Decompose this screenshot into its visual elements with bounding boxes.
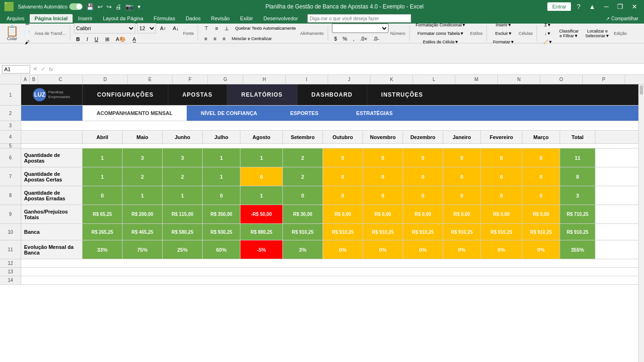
cell-certas-agosto[interactable]: 0: [240, 167, 283, 186]
currency-button[interactable]: $: [332, 34, 339, 43]
cell-apostas-marco[interactable]: 0: [522, 148, 560, 167]
cell-banca-abril[interactable]: R$ 265,25: [83, 224, 123, 240]
row-num-2[interactable]: 2: [0, 106, 21, 121]
cell-ganhos-dezembro[interactable]: R$ 0,00: [403, 205, 443, 223]
cell-ganhos-setembro[interactable]: R$ 30,00: [283, 205, 323, 223]
cell-erradas-abril[interactable]: 0: [83, 186, 123, 205]
cell-certas-total[interactable]: 8: [560, 167, 595, 186]
cell-apostas-agosto[interactable]: 1: [240, 148, 283, 167]
number-format-select[interactable]: [332, 24, 388, 33]
align-center-button[interactable]: ≡: [211, 34, 219, 43]
format-as-table-button[interactable]: Formatar como Tabela▼: [413, 30, 468, 37]
row-num-7[interactable]: 7: [0, 167, 21, 186]
tab-exibir[interactable]: Exibir: [235, 14, 258, 23]
sum-button[interactable]: Σ▼: [541, 21, 555, 29]
cell-evolucao-total[interactable]: 355%: [560, 240, 595, 259]
col-header-l[interactable]: L: [413, 75, 455, 84]
fill-color-button[interactable]: A🎨: [114, 35, 128, 44]
cell-ganhos-outubro[interactable]: R$ 0,00: [323, 205, 363, 223]
comma-button[interactable]: ,: [351, 34, 357, 43]
cell-banca-maio[interactable]: R$ 465,25: [123, 224, 163, 240]
cell-banca-janeiro[interactable]: R$ 910,25: [443, 224, 481, 240]
col-header-o[interactable]: O: [540, 75, 583, 84]
share-area[interactable]: ↗ Compartilhar: [606, 16, 642, 21]
underline-button[interactable]: U: [92, 35, 101, 43]
row-num-12[interactable]: 12: [0, 259, 21, 267]
cell-apostas-junho[interactable]: 3: [163, 148, 203, 167]
print-icon[interactable]: 🖨: [116, 3, 122, 10]
cell-erradas-dezembro[interactable]: 0: [403, 186, 443, 205]
cell-evolucao-outubro[interactable]: 0%: [323, 240, 363, 259]
conditional-format-button[interactable]: Formatação Condicional▼: [413, 21, 468, 29]
bold-button[interactable]: B: [74, 35, 83, 43]
cell-erradas-fevereiro[interactable]: 0: [481, 186, 522, 205]
cell-evolucao-marco[interactable]: 0%: [522, 240, 560, 259]
cell-apostas-janeiro[interactable]: 0: [443, 148, 481, 167]
col-header-j[interactable]: J: [328, 75, 371, 84]
nav-instrucoes[interactable]: INSTRUÇÕES: [367, 84, 438, 105]
row-num-9[interactable]: 9: [0, 205, 21, 223]
dropdown-icon[interactable]: ▼: [137, 4, 141, 9]
row-num-11[interactable]: 11: [0, 240, 21, 259]
sub-nav-nivel[interactable]: NÍVEL DE CONFIANÇA: [187, 106, 272, 121]
insert-button[interactable]: Inserir▼: [491, 21, 517, 29]
align-bottom-button[interactable]: ⊥: [222, 24, 231, 33]
formula-input[interactable]: [56, 66, 642, 72]
cell-ganhos-abril[interactable]: R$ 65,25: [83, 205, 123, 223]
cell-apostas-maio[interactable]: 3: [123, 148, 163, 167]
cell-certas-marco[interactable]: 0: [522, 167, 560, 186]
cell-erradas-outubro[interactable]: 0: [323, 186, 363, 205]
col-header-h[interactable]: H: [243, 75, 286, 84]
cell-certas-novembro[interactable]: 0: [363, 167, 403, 186]
paste-button[interactable]: 📋 Colar: [4, 25, 20, 42]
row-num-10[interactable]: 10: [0, 224, 21, 240]
cell-apostas-novembro[interactable]: 0: [363, 148, 403, 167]
align-middle-button[interactable]: ≡: [213, 24, 220, 33]
cell-certas-maio[interactable]: 2: [123, 167, 163, 186]
cell-apostas-abril[interactable]: 1: [83, 148, 123, 167]
tab-revisao[interactable]: Revisão: [206, 14, 234, 23]
tab-desenvolvedor[interactable]: Desenvolvedor: [259, 14, 303, 23]
tab-inserir[interactable]: Inserir: [74, 14, 98, 23]
row-num-6[interactable]: 6: [0, 148, 21, 167]
cell-banca-agosto[interactable]: R$ 880,25: [240, 224, 283, 240]
cell-apostas-fevereiro[interactable]: 0: [481, 148, 522, 167]
cell-certas-junho[interactable]: 2: [163, 167, 203, 186]
cell-ganhos-fevereiro[interactable]: R$ 0,00: [481, 205, 522, 223]
cut-button[interactable]: ✂: [22, 20, 33, 28]
cell-certas-outubro[interactable]: 0: [323, 167, 363, 186]
row-num-4[interactable]: 4: [0, 131, 21, 143]
vertical-scrollbar[interactable]: [638, 84, 644, 362]
cell-apostas-dezembro[interactable]: 0: [403, 148, 443, 167]
auto-save-toggle[interactable]: [69, 3, 83, 10]
undo-icon[interactable]: ↩: [98, 3, 103, 10]
row-num-5[interactable]: 5: [0, 144, 21, 148]
nav-apostas[interactable]: APOSTAS: [168, 84, 227, 105]
cell-erradas-agosto[interactable]: 1: [240, 186, 283, 205]
increase-decimal-button[interactable]: .0+: [358, 34, 370, 43]
col-header-e[interactable]: E: [128, 75, 173, 84]
col-header-f[interactable]: F: [173, 75, 208, 84]
col-header-c[interactable]: C: [38, 75, 83, 84]
cell-ganhos-julho[interactable]: R$ 350,00: [203, 205, 240, 223]
percent-button[interactable]: %: [340, 34, 350, 43]
italic-button[interactable]: I: [84, 35, 91, 43]
font-decrease-button[interactable]: A↓: [170, 24, 181, 33]
cell-banca-julho[interactable]: R$ 930,25: [203, 224, 240, 240]
col-header-b[interactable]: B: [30, 75, 38, 84]
cell-ganhos-janeiro[interactable]: R$ 0,00: [443, 205, 481, 223]
cell-evolucao-abril[interactable]: 33%: [83, 240, 123, 259]
tab-dados[interactable]: Dados: [181, 14, 206, 23]
col-header-a[interactable]: A: [21, 75, 30, 84]
row-num-13[interactable]: 13: [0, 268, 21, 276]
col-header-n[interactable]: N: [498, 75, 540, 84]
cell-certas-abril[interactable]: 1: [83, 167, 123, 186]
cell-banca-dezembro[interactable]: R$ 910,25: [403, 224, 443, 240]
redo-icon[interactable]: ↪: [107, 3, 112, 10]
cell-certas-dezembro[interactable]: 0: [403, 167, 443, 186]
cell-certas-fevereiro[interactable]: 0: [481, 167, 522, 186]
cell-apostas-setembro[interactable]: 2: [283, 148, 323, 167]
font-family-select[interactable]: Calibri: [74, 23, 135, 33]
col-header-k[interactable]: K: [371, 75, 413, 84]
cell-evolucao-julho[interactable]: 60%: [203, 240, 240, 259]
